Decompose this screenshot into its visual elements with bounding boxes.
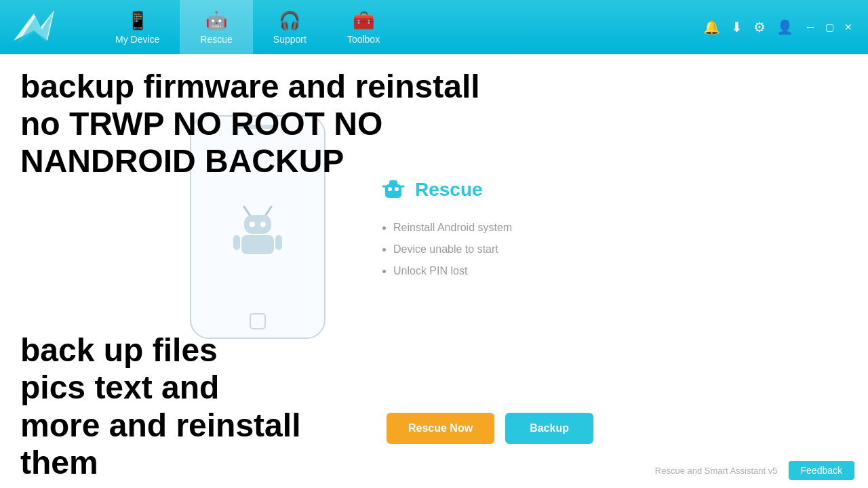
tab-support[interactable]: 🎧 Support <box>253 0 327 54</box>
account-icon[interactable]: 👤 <box>776 19 793 35</box>
rescue-icon-tab: 🤖 <box>205 10 227 31</box>
tab-rescue[interactable]: 🤖 Rescue <box>180 0 252 54</box>
svg-point-6 <box>260 222 266 227</box>
tab-rescue-label: Rescue <box>200 34 232 45</box>
my-device-icon: 📱 <box>127 10 149 31</box>
svg-line-2 <box>244 207 250 215</box>
svg-rect-13 <box>389 180 397 187</box>
big-text-bottom: back up files pics text and more and rei… <box>20 331 359 481</box>
notification-icon[interactable]: 🔔 <box>703 19 720 35</box>
svg-point-15 <box>395 187 399 191</box>
svg-rect-9 <box>275 235 282 250</box>
rescue-title-row: Rescue <box>380 176 685 203</box>
feedback-button[interactable]: Feedback <box>789 461 854 480</box>
header: 📱 My Device 🤖 Rescue 🎧 Support 🧰 Toolbox… <box>0 0 868 54</box>
svg-rect-4 <box>244 215 271 234</box>
rescue-panel-title: Rescue <box>415 179 483 201</box>
phone-home-button <box>250 313 266 329</box>
action-buttons: Rescue Now Backup <box>387 413 593 444</box>
tab-toolbox[interactable]: 🧰 Toolbox <box>327 0 400 54</box>
header-right: 🔔 ⬇ ⚙ 👤 ─ ▢ ✕ <box>703 19 854 35</box>
tab-support-label: Support <box>273 34 307 45</box>
version-text: Rescue and Smart Assistant v5 <box>655 466 778 476</box>
tab-my-device[interactable]: 📱 My Device <box>95 0 180 54</box>
svg-rect-8 <box>233 235 240 250</box>
svg-rect-7 <box>241 235 274 254</box>
main-content: backup firmware and reinstall no TRWP NO… <box>0 54 868 488</box>
toolbox-icon: 🧰 <box>353 10 374 31</box>
rescue-now-button[interactable]: Rescue Now <box>387 413 494 444</box>
svg-line-3 <box>266 207 271 215</box>
maximize-button[interactable]: ▢ <box>823 21 835 33</box>
big-text-top: backup firmware and reinstall no TRWP NO… <box>20 68 495 180</box>
close-button[interactable]: ✕ <box>842 21 854 33</box>
rescue-list-item-3: Unlock PIN lost <box>393 260 685 282</box>
rescue-panel: Rescue Reinstall Android system Device u… <box>380 176 685 282</box>
logo-area <box>7 7 95 47</box>
svg-point-14 <box>388 187 392 191</box>
svg-point-5 <box>250 222 255 227</box>
window-controls: ─ ▢ ✕ <box>804 21 854 33</box>
settings-icon[interactable]: ⚙ <box>753 19 766 35</box>
backup-button[interactable]: Backup <box>505 413 593 444</box>
android-robot-icon <box>231 200 285 254</box>
rescue-list-item-2: Device unable to start <box>393 239 685 260</box>
nav-tabs: 📱 My Device 🤖 Rescue 🎧 Support 🧰 Toolbox <box>95 0 703 54</box>
support-icon: 🎧 <box>279 10 300 31</box>
download-icon[interactable]: ⬇ <box>731 19 743 35</box>
rescue-panel-icon <box>380 176 407 203</box>
tab-toolbox-label: Toolbox <box>347 34 380 45</box>
rescue-list-item-1: Reinstall Android system <box>393 217 685 239</box>
footer: Rescue and Smart Assistant v5 Feedback <box>655 461 854 480</box>
rescue-list: Reinstall Android system Device unable t… <box>380 217 685 282</box>
minimize-button[interactable]: ─ <box>804 21 816 33</box>
tab-my-device-label: My Device <box>115 34 159 45</box>
